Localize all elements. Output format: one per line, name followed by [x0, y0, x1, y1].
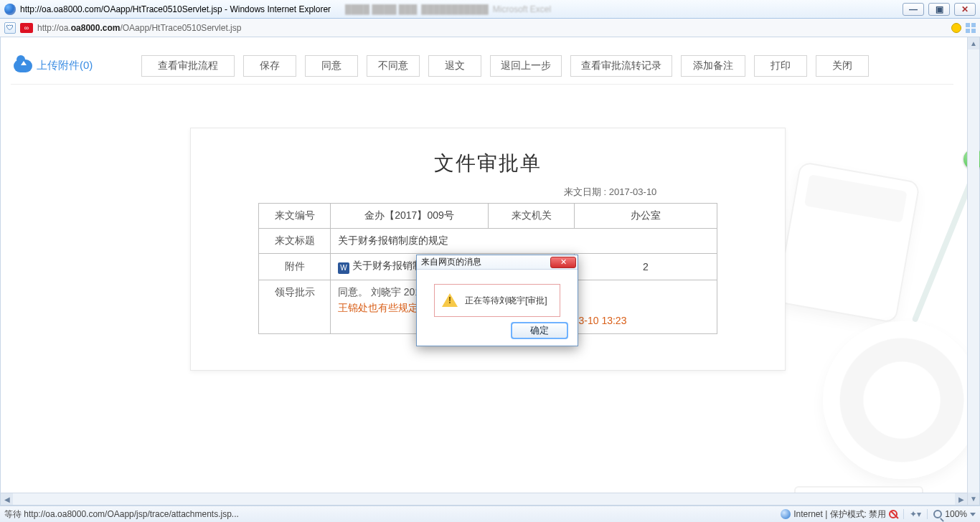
scroll-right-icon[interactable]: ▶ — [955, 493, 967, 505]
settings-icon[interactable]: ✦▾ — [910, 509, 921, 519]
bg-app-3: Microsoft Excel — [493, 4, 551, 14]
dialog-message-box: 正在等待刘晓宇[审批] — [434, 284, 560, 317]
security-shield-icon[interactable]: 🛡 — [4, 22, 16, 34]
window-titlebar: http://oa.oa8000.com/OAapp/HtTrace0510Se… — [0, 0, 980, 19]
window-close-button[interactable]: ✕ — [954, 3, 976, 16]
zoom-control[interactable]: 100% — [933, 509, 976, 519]
globe-icon — [781, 509, 791, 519]
magnifier-icon — [933, 510, 942, 518]
vertical-scrollbar[interactable]: ▲ ▼ — [967, 37, 979, 505]
maximize-button[interactable]: ▣ — [928, 3, 950, 16]
apps-grid-icon[interactable] — [966, 23, 976, 33]
dialog-message: 正在等待刘晓宇[审批] — [465, 295, 547, 307]
client-area: 上传附件(0) 查看审批流程 保存 同意 不同意 退文 退回上一步 查看审批流转… — [0, 37, 980, 506]
dialog-title: 来自网页的消息 — [421, 256, 481, 268]
warning-icon — [442, 293, 458, 308]
minimize-button[interactable]: — — [903, 3, 924, 16]
status-text: 等待 http://oa.oa8000.com/OAapp/jsp/trace/… — [4, 508, 239, 521]
bg-app-1: ████ ████ ███ — [345, 4, 417, 14]
scroll-down-icon[interactable]: ▼ — [968, 493, 979, 505]
warn-dot-icon[interactable] — [951, 23, 961, 33]
dialog-titlebar: 来自网页的消息 ✕ — [417, 255, 578, 270]
url-display[interactable]: http://oa.oa8000.com/OAapp/HtTrace0510Se… — [37, 23, 241, 33]
background-apps: ████ ████ ███ ███████████ Microsoft Exce… — [345, 4, 551, 14]
app-badge-icon: ∞ — [20, 23, 33, 33]
security-zone: Internet | 保护模式: 禁用 — [793, 508, 886, 521]
horizontal-scrollbar[interactable]: ◀ ▶ — [1, 493, 967, 505]
page: 上传附件(0) 查看审批流程 保存 同意 不同意 退文 退回上一步 查看审批流转… — [5, 42, 959, 489]
scroll-up-icon[interactable]: ▲ — [968, 37, 979, 49]
scroll-left-icon[interactable]: ◀ — [1, 493, 13, 505]
bg-app-2: ███████████ — [421, 4, 489, 14]
forbid-icon — [889, 510, 897, 518]
status-bar: 等待 http://oa.oa8000.com/OAapp/jsp/trace/… — [0, 506, 980, 522]
ie-icon — [4, 4, 16, 15]
address-bar: 🛡 ∞ http://oa.oa8000.com/OAapp/HtTrace05… — [0, 19, 980, 37]
dialog-close-button[interactable]: ✕ — [550, 257, 576, 268]
alert-dialog: 来自网页的消息 ✕ 正在等待刘晓宇[审批] 确定 — [416, 255, 578, 346]
dialog-ok-button[interactable]: 确定 — [512, 323, 567, 338]
zoom-value: 100% — [945, 509, 967, 519]
chevron-down-icon — [970, 513, 976, 516]
window-title: http://oa.oa8000.com/OAapp/HtTrace0510Se… — [20, 4, 331, 14]
